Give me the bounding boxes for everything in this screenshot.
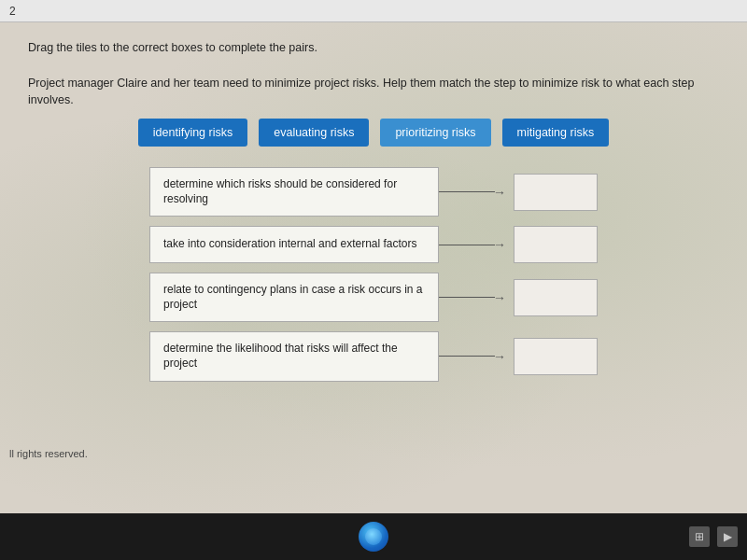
arrow-3 xyxy=(439,290,514,305)
tile-prioritizing[interactable]: prioritizing risks xyxy=(380,119,490,147)
tiles-row: identifying risks evaluating risks prior… xyxy=(28,119,719,147)
tile-identifying[interactable]: identifying risks xyxy=(138,119,247,147)
drop-box-1[interactable] xyxy=(514,174,598,211)
footer-note: ll rights reserved. xyxy=(9,448,88,459)
pair-statement-3: relate to contingency plans in case a ri… xyxy=(149,273,439,322)
pair-row-3: relate to contingency plans in case a ri… xyxy=(149,273,598,322)
drop-box-3[interactable] xyxy=(514,279,598,316)
pair-statement-4: determine the likelihood that risks will… xyxy=(149,331,439,381)
instruction-line2: Project manager Claire and her team need… xyxy=(28,75,719,110)
pairs-area: determine which risks should be consider… xyxy=(28,167,719,382)
pair-row-4: determine the likelihood that risks will… xyxy=(149,331,598,381)
pair-row-1: determine which risks should be consider… xyxy=(149,167,598,217)
drop-box-2[interactable] xyxy=(514,226,598,263)
pair-row-2: take into consideration internal and ext… xyxy=(149,226,598,263)
arrow-2 xyxy=(439,237,514,252)
system-tray: ⊞ ▶ xyxy=(689,526,738,547)
pair-statement-1: determine which risks should be consider… xyxy=(149,167,439,217)
chrome-icon-inner xyxy=(365,528,382,545)
tile-evaluating[interactable]: evaluating risks xyxy=(259,119,369,147)
arrow-1 xyxy=(439,185,514,200)
taskbar: ⊞ ▶ xyxy=(0,513,747,560)
chrome-icon xyxy=(359,522,388,552)
tray-icon-1: ⊞ xyxy=(689,526,710,547)
drop-box-4[interactable] xyxy=(514,338,598,375)
tray-icon-2: ▶ xyxy=(717,526,738,547)
top-bar: 2 xyxy=(0,0,747,22)
arrow-4 xyxy=(439,349,514,364)
pair-statement-2: take into consideration internal and ext… xyxy=(149,226,439,263)
instructions-block: Drag the tiles to the correct boxes to c… xyxy=(28,39,719,109)
question-number: 2 xyxy=(9,5,16,18)
instruction-line1: Drag the tiles to the correct boxes to c… xyxy=(28,39,719,57)
main-area: Drag the tiles to the correct boxes to c… xyxy=(0,22,747,513)
tile-mitigating[interactable]: mitigating risks xyxy=(502,119,610,147)
